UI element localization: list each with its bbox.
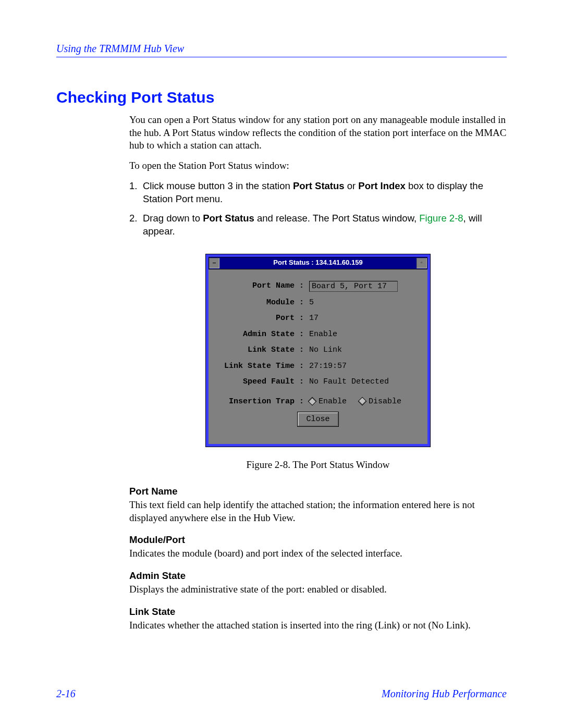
- field-value: 27:19:57: [309, 361, 347, 372]
- field-admin-state: Admin State : Enable: [218, 329, 418, 340]
- field-value: 17: [309, 313, 319, 324]
- page-footer: 2-16 Monitoring Hub Performance: [56, 688, 507, 700]
- intro-paragraph-2: To open the Station Port Status window:: [129, 159, 507, 172]
- def-term: Admin State: [129, 570, 507, 582]
- field-label: Module :: [218, 298, 309, 308]
- radio-enable[interactable]: Enable: [309, 397, 347, 407]
- dialog-title: Port Status : 134.141.60.159: [219, 258, 417, 267]
- field-insertion-trap: Insertion Trap : Enable Disable: [218, 397, 418, 407]
- radio-disable[interactable]: Disable: [359, 397, 401, 407]
- field-label: Link State Time :: [218, 361, 309, 372]
- def-term: Link State: [129, 606, 507, 618]
- system-menu-icon[interactable]: —: [209, 258, 219, 268]
- def-term: Port Name: [129, 485, 507, 498]
- port-status-window: — Port Status : 134.141.60.159 ▫ Port Na…: [205, 254, 431, 448]
- field-link-state-time: Link State Time : 27:19:57: [218, 361, 418, 372]
- def-text: Indicates whether the attached station i…: [129, 619, 507, 632]
- field-label: Speed Fault :: [218, 377, 309, 387]
- port-name-input[interactable]: [309, 281, 398, 292]
- field-module: Module : 5: [218, 298, 418, 308]
- steps-list: 1. Click mouse button 3 in the station P…: [129, 180, 507, 238]
- field-label: Port :: [218, 313, 309, 324]
- step-1: 1. Click mouse button 3 in the station P…: [129, 180, 507, 206]
- field-label: Link State :: [218, 345, 309, 355]
- page-number: 2-16: [56, 688, 76, 700]
- field-label: Admin State :: [218, 329, 309, 340]
- diamond-icon: [308, 397, 317, 405]
- def-text: Indicates the module (board) and port in…: [129, 547, 507, 560]
- def-term: Module/Port: [129, 534, 507, 546]
- close-button[interactable]: Close: [298, 412, 338, 426]
- definitions: Port Name This text field can help ident…: [129, 485, 507, 632]
- field-value: No Fault Detected: [309, 377, 389, 387]
- field-label: Port Name :: [218, 281, 309, 291]
- field-label: Insertion Trap :: [218, 397, 309, 407]
- field-port: Port : 17: [218, 313, 418, 324]
- intro-paragraph-1: You can open a Port Status window for an…: [129, 114, 507, 152]
- figure-caption: Figure 2-8. The Port Status Window: [129, 459, 507, 472]
- dialog-titlebar[interactable]: — Port Status : 134.141.60.159 ▫: [209, 257, 427, 269]
- def-text: This text field can help identify the at…: [129, 499, 507, 524]
- step-text: Drag down to Port Status and release. Th…: [143, 212, 507, 238]
- field-value: 5: [309, 298, 314, 308]
- field-port-name: Port Name :: [218, 281, 418, 292]
- field-speed-fault: Speed Fault : No Fault Detected: [218, 377, 418, 387]
- chapter-title: Monitoring Hub Performance: [382, 688, 507, 700]
- running-header-text: Using the TRMMIM Hub View: [56, 43, 184, 55]
- field-link-state: Link State : No Link: [218, 345, 418, 355]
- step-text: Click mouse button 3 in the station Port…: [143, 180, 507, 206]
- step-2: 2. Drag down to Port Status and release.…: [129, 212, 507, 238]
- section-heading: Checking Port Status: [56, 89, 507, 106]
- def-text: Displays the administrative state of the…: [129, 583, 507, 596]
- maximize-icon[interactable]: ▫: [417, 258, 427, 268]
- field-value: No Link: [309, 345, 342, 355]
- figure-ref: Figure 2-8: [419, 213, 463, 224]
- running-header: Using the TRMMIM Hub View: [56, 43, 507, 57]
- step-number: 1.: [129, 180, 143, 206]
- step-number: 2.: [129, 212, 143, 238]
- field-value: Enable: [309, 329, 337, 340]
- diamond-icon: [358, 397, 367, 405]
